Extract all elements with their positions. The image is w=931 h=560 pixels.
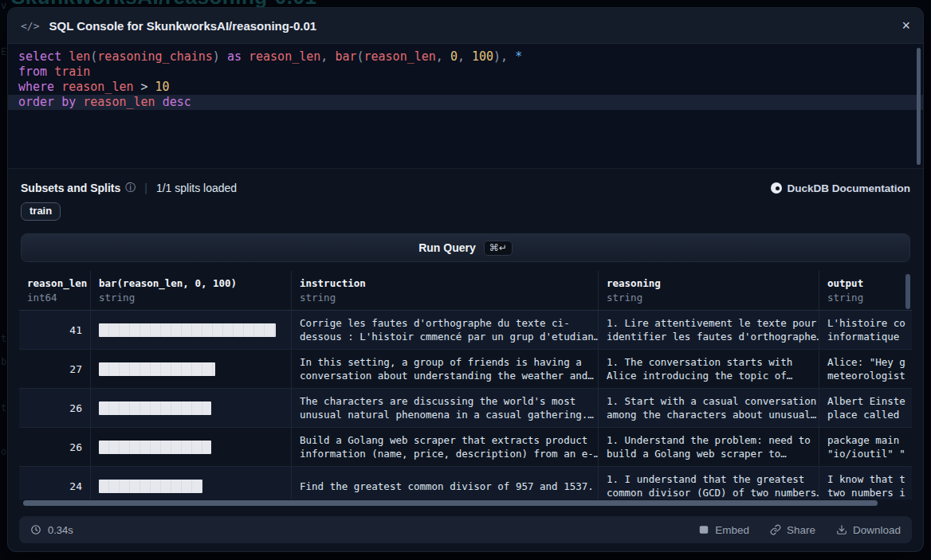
table-horizontal-scrollbar[interactable] (23, 500, 878, 506)
sql-line[interactable]: where reason_len > 10 (8, 80, 923, 95)
cell-instruction: Corrige les fautes d'orthographe du text… (292, 311, 599, 349)
sql-token: ( (356, 49, 363, 64)
duckdb-docs-link[interactable]: DuckDB Documentation (771, 182, 910, 194)
cell-reason-len: 27 (19, 350, 91, 388)
editor-scrollbar[interactable] (917, 48, 921, 165)
table-row[interactable]: 27In this setting, a group of friends is… (19, 350, 912, 389)
background-fragment: v (1, 0, 6, 11)
share-button[interactable]: Share (770, 524, 815, 536)
sql-token: 0 (450, 49, 458, 64)
cell-output: Albert Einste place called (819, 389, 912, 427)
sql-token: reason_len (249, 49, 320, 64)
sql-token: desc (163, 95, 191, 109)
download-button[interactable]: Download (836, 524, 901, 536)
splits-heading: Subsets and Splits (21, 182, 120, 194)
bar-visualization (99, 323, 276, 337)
sql-token: from (18, 65, 47, 79)
bar-visualization (99, 441, 211, 454)
cell-output: Alice: "Hey g meteorologist (819, 350, 912, 388)
sql-token: ), (493, 49, 508, 64)
divider: | (144, 182, 147, 194)
split-chip-train[interactable]: train (21, 202, 61, 221)
cell-instruction: Build a Golang web scraper that extracts… (292, 428, 599, 466)
cell-bar (91, 311, 292, 349)
column-type: string (300, 292, 590, 303)
bar-visualization (99, 401, 211, 415)
sql-token (134, 80, 141, 94)
sql-token: bar (335, 49, 356, 64)
sql-token: reason_len (364, 49, 436, 64)
sql-token: where (18, 80, 54, 94)
sql-token: , (436, 49, 443, 64)
download-icon (836, 524, 847, 535)
footer-actions: Embed Share Download (698, 524, 901, 536)
column-type: string (99, 292, 283, 303)
clock-icon (30, 524, 41, 535)
sql-token: by (61, 95, 76, 109)
duckdb-docs-label: DuckDB Documentation (787, 182, 910, 194)
column-name: bar(reason_len, 0, 100) (99, 277, 283, 289)
embed-label: Embed (715, 524, 749, 536)
share-label: Share (787, 524, 815, 536)
column-name: output (827, 277, 904, 289)
sql-line[interactable]: from train (8, 65, 923, 80)
sql-line[interactable]: order by reason_len desc (8, 95, 923, 110)
table-vertical-scrollbar[interactable] (905, 274, 910, 309)
sql-token (54, 80, 61, 94)
table-row[interactable]: 24Find the greatest common divisor of 95… (19, 467, 912, 499)
sql-token: * (515, 49, 522, 64)
run-query-label: Run Query (418, 241, 476, 254)
sql-token (443, 49, 450, 64)
sql-token: reasoning_chains (97, 49, 213, 64)
sql-token: , (320, 49, 328, 64)
column-name: reason_len (27, 277, 82, 289)
info-icon[interactable]: ⓘ (125, 181, 136, 195)
split-chips: train (21, 202, 910, 221)
column-type: string (607, 292, 811, 303)
embed-icon (698, 524, 709, 535)
sql-token (465, 49, 472, 64)
splits-status: 1/1 splits loaded (156, 182, 237, 194)
table-row[interactable]: 26Build a Golang web scraper that extrac… (19, 428, 912, 467)
column-name: reasoning (607, 277, 811, 289)
column-header-instruction[interactable]: instructionstring (292, 271, 599, 310)
column-header-reason-len[interactable]: reason_lenint64 (19, 271, 91, 310)
cell-bar (91, 467, 292, 499)
sql-token: select (18, 49, 61, 64)
sql-token: len (69, 49, 90, 64)
sql-token (61, 49, 69, 64)
column-header-reasoning[interactable]: reasoningstring (599, 271, 819, 310)
table-row[interactable]: 26The characters are discussing the worl… (19, 389, 912, 428)
sql-token: ( (90, 49, 97, 64)
cell-reasoning: 1. Start with a casual conversation amon… (599, 389, 819, 427)
table-row[interactable]: 41Corrige les fautes d'orthographe du te… (19, 311, 912, 350)
sql-token: train (54, 65, 90, 79)
cell-reason-len: 26 (19, 428, 91, 466)
query-duration-value: 0.34s (48, 524, 73, 536)
sql-token: , (458, 49, 465, 64)
sql-token: 100 (472, 49, 493, 64)
cell-reasoning: 1. The conversation starts with Alice in… (599, 350, 819, 388)
sql-token (220, 49, 227, 64)
download-label: Download (853, 524, 901, 536)
cell-instruction: In this setting, a group of friends is h… (292, 350, 599, 388)
sql-token (242, 49, 249, 64)
bar-visualization (99, 480, 202, 493)
column-header-bar-reason-len-0-100-[interactable]: bar(reason_len, 0, 100)string (91, 271, 292, 310)
sql-line[interactable]: select len(reasoning_chains) as reason_l… (8, 49, 923, 65)
sql-token: reason_len (61, 80, 133, 94)
sql-token: > (141, 80, 148, 94)
column-header-output[interactable]: outputstring (819, 271, 912, 310)
embed-button[interactable]: Embed (698, 524, 749, 536)
sql-token: ) (213, 49, 220, 64)
sql-token (76, 95, 83, 109)
cell-reason-len: 26 (19, 389, 91, 427)
sql-editor[interactable]: select len(reasoning_chains) as reason_l… (8, 44, 923, 169)
run-query-button[interactable]: Run Query ⌘↵ (21, 233, 910, 262)
table-header: reason_lenint64bar(reason_len, 0, 100)st… (19, 271, 912, 311)
sql-token (54, 95, 61, 109)
close-button[interactable]: × (902, 18, 910, 33)
sql-token: reason_len (83, 95, 155, 109)
query-duration: 0.34s (30, 524, 73, 536)
sql-editor-lines: select len(reasoning_chains) as reason_l… (8, 49, 923, 110)
